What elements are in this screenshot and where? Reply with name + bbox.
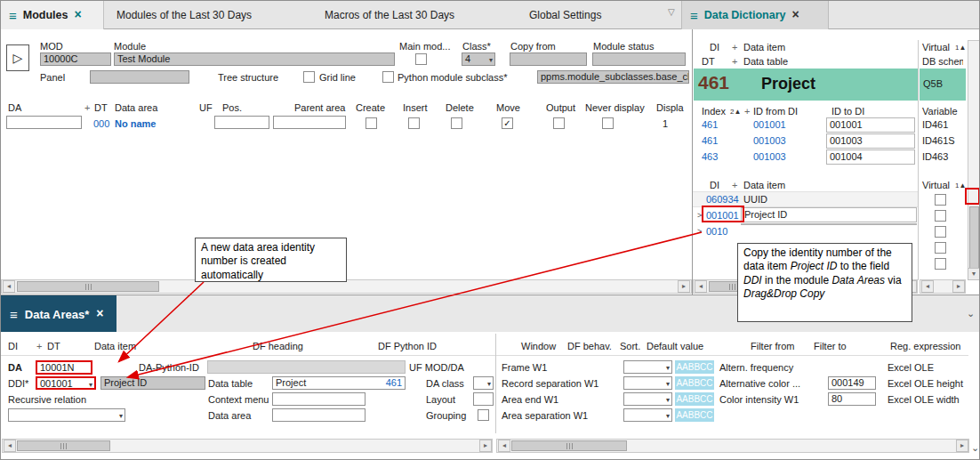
col-header-dt[interactable]: DT — [94, 102, 108, 113]
tab-overflow-icon[interactable] — [668, 6, 675, 17]
module-status-field[interactable] — [592, 52, 686, 66]
parent-area-cell[interactable] — [273, 116, 346, 129]
context-menu-field[interactable] — [272, 392, 365, 406]
data-table-record[interactable]: 461 Project — [694, 69, 918, 101]
virtual-checkbox[interactable] — [935, 210, 946, 222]
scroll-down-icon[interactable] — [968, 268, 980, 280]
display-cell[interactable]: 1 — [663, 118, 668, 129]
col-header-filter-from[interactable]: Filter from — [751, 341, 795, 351]
add-column-icon[interactable]: + — [744, 106, 750, 117]
col-header-df-python-id[interactable]: DF Python ID — [378, 341, 437, 351]
data-areas-right-scrollbar[interactable] — [496, 439, 969, 453]
ddi-select[interactable]: 001001 — [36, 376, 96, 390]
rel-id-from[interactable]: 001001 — [753, 119, 786, 130]
add-column-icon[interactable]: + — [732, 180, 737, 190]
col-header-window[interactable]: Window — [521, 341, 556, 351]
area-end-select[interactable] — [623, 392, 672, 406]
ddi-name-field[interactable]: Project ID — [100, 376, 205, 390]
virtual-checkbox[interactable] — [935, 226, 946, 238]
data-item-di[interactable]: 060934 — [706, 194, 739, 205]
col-header-filter-to[interactable]: Filter to — [814, 341, 847, 351]
area-separation-swatch[interactable]: AABBCC — [675, 408, 714, 422]
tab-macros-30-days[interactable]: Macros of the Last 30 Days — [325, 9, 454, 21]
col-header-data-item[interactable]: Data item — [743, 180, 785, 190]
col-header-dt[interactable]: DT — [702, 56, 715, 67]
scroll-left-icon[interactable] — [921, 280, 934, 293]
record-separation-select[interactable] — [623, 376, 672, 390]
insert-checkbox[interactable] — [408, 117, 420, 129]
scroll-right-icon[interactable] — [479, 440, 492, 452]
col-header-variable[interactable]: Variable — [922, 106, 958, 117]
rel-variable[interactable]: ID461S — [922, 135, 955, 146]
recursive-relation-select[interactable] — [8, 408, 125, 422]
data-item-name[interactable]: UUID — [743, 194, 767, 205]
scroll-left-icon[interactable] — [695, 280, 707, 293]
collapse-panel-icon[interactable]: ⌄ — [967, 308, 975, 319]
col-header-virtual[interactable]: Virtual — [922, 42, 950, 52]
move-checkbox[interactable] — [502, 117, 513, 129]
virtual-checkbox[interactable] — [935, 194, 946, 206]
col-header-dt[interactable]: DT — [47, 341, 60, 351]
data-area-name-cell[interactable]: No name — [115, 118, 156, 129]
col-header-data-area[interactable]: Data area — [115, 102, 157, 113]
rel-variable[interactable]: ID463 — [922, 151, 948, 162]
col-header-move[interactable]: Move — [496, 102, 520, 113]
col-header-sort[interactable]: Sort. — [620, 341, 640, 351]
frame-color-swatch[interactable]: AABBCC — [675, 360, 714, 374]
area-separation-select[interactable] — [623, 408, 672, 422]
da-id-cell[interactable] — [6, 116, 82, 129]
add-column-icon[interactable]: + — [36, 341, 42, 351]
class-select[interactable]: 4 — [462, 52, 495, 66]
expand-icon[interactable]: > — [697, 227, 702, 236]
col-header-pos[interactable]: Pos. — [222, 102, 242, 113]
virtual-checkbox[interactable] — [935, 242, 946, 254]
output-checkbox[interactable] — [553, 117, 565, 129]
col-header-data-item[interactable]: Data item — [94, 341, 136, 351]
rel-index[interactable]: 461 — [702, 135, 718, 146]
col-header-never-display[interactable]: Never display — [585, 102, 645, 113]
panel-field[interactable] — [90, 70, 189, 84]
add-column-icon[interactable]: + — [732, 56, 737, 67]
color-intensity-field[interactable]: 80 — [828, 392, 876, 406]
main-module-checkbox[interactable] — [415, 53, 427, 65]
close-icon[interactable] — [96, 309, 103, 319]
rel-id-to[interactable]: 001001 — [826, 117, 915, 133]
area-end-swatch[interactable]: AABBCC — [675, 392, 714, 406]
record-separation-swatch[interactable]: AABBCC — [675, 376, 714, 390]
data-item-di[interactable]: 0010 — [706, 226, 727, 237]
rel-id-to[interactable]: 001004 — [826, 149, 915, 165]
scroll-left-icon[interactable] — [4, 440, 16, 452]
alternative-color-field[interactable]: 000149 — [828, 376, 876, 390]
col-header-default-value[interactable]: Default value — [647, 341, 703, 351]
col-header-di[interactable]: DI — [710, 42, 719, 52]
grouping-checkbox[interactable] — [478, 409, 489, 421]
col-header-di[interactable]: DI — [8, 341, 18, 351]
virtual-column-scrollbar[interactable] — [920, 279, 966, 294]
col-header-da[interactable]: DA — [8, 102, 21, 113]
layout-field[interactable] — [473, 392, 494, 406]
rel-index[interactable]: 461 — [702, 119, 718, 130]
col-header-data-item[interactable]: Data item — [743, 42, 785, 52]
scroll-left-icon[interactable] — [498, 440, 510, 452]
grid-line-checkbox[interactable] — [303, 71, 315, 83]
col-header-db-schema[interactable]: DB schema — [922, 56, 963, 67]
rel-id-from[interactable]: 001003 — [753, 135, 786, 146]
data-areas-left-scrollbar[interactable] — [2, 439, 493, 453]
tab-data-dictionary[interactable]: Data Dictionary — [681, 1, 829, 29]
data-table-number[interactable]: 461 — [698, 72, 729, 93]
python-subclass-checkbox[interactable] — [382, 71, 394, 83]
data-area-field[interactable] — [272, 408, 365, 422]
col-header-df-heading[interactable]: DF heading — [253, 341, 303, 351]
scroll-left-icon[interactable] — [3, 280, 15, 293]
data-item-name[interactable] — [741, 223, 917, 225]
data-table-name[interactable]: Project — [761, 75, 815, 93]
tab-modules-30-days[interactable]: Modules of the Last 30 Days — [116, 9, 252, 21]
menu-icon[interactable] — [690, 8, 698, 23]
rel-index[interactable]: 463 — [702, 151, 718, 162]
col-header-insert[interactable]: Insert — [403, 102, 428, 113]
tab-global-settings[interactable]: Global Settings — [529, 9, 601, 21]
mod-field[interactable]: 10000C — [40, 52, 111, 66]
create-checkbox[interactable] — [365, 117, 377, 129]
module-name-field[interactable]: Test Module — [114, 52, 395, 66]
col-header-uf[interactable]: UF — [199, 102, 213, 113]
